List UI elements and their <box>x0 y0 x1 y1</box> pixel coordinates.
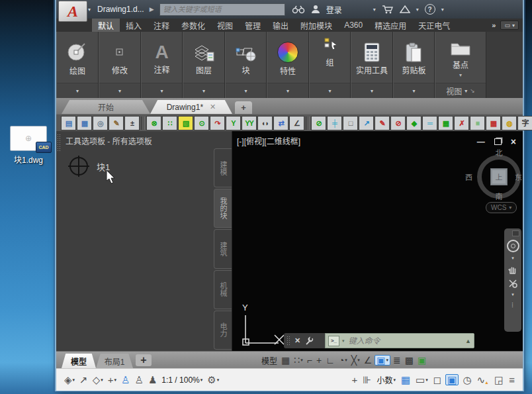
mark-device-icon[interactable]: ⊙ <box>194 116 209 130</box>
ribbon-tab[interactable]: 精选应用 <box>369 19 412 32</box>
sign-in-caret-icon[interactable]: ▾ <box>373 7 376 13</box>
zoom-caret-icon[interactable]: ▾ <box>511 292 514 297</box>
command-input-area[interactable]: >_ ▾ ▲ <box>325 333 474 348</box>
lineweight-icon[interactable]: ≣ <box>392 356 402 365</box>
search-input[interactable] <box>160 5 285 13</box>
palette-tab[interactable]: 建模 <box>214 148 232 187</box>
probe-line-icon[interactable]: ∠ <box>289 116 304 130</box>
view-search-icon[interactable]: ◎ <box>93 116 108 130</box>
file-tab-start[interactable]: 开始 <box>62 100 150 114</box>
pan-hand-icon[interactable] <box>508 264 518 275</box>
search-binoculars-icon[interactable] <box>292 5 305 14</box>
minimize-icon[interactable]: — <box>477 137 485 146</box>
open-project-icon[interactable]: ▤ <box>61 116 76 130</box>
ribbon-tab[interactable]: 参数化 <box>175 19 211 32</box>
ribbon-overflow-icon[interactable]: » <box>492 21 496 29</box>
units-value[interactable]: 小数▾ <box>375 374 397 385</box>
app-store-cart-icon[interactable] <box>382 5 394 14</box>
steering-wheel-icon[interactable] <box>507 240 519 252</box>
new-drawing-tab-button[interactable]: + <box>235 101 252 114</box>
count-table-icon[interactable]: ▦ <box>486 116 501 130</box>
model-tab[interactable]: 模型 <box>62 354 96 368</box>
osnap-tracking-icon[interactable]: ∠ <box>363 356 374 365</box>
edit-diamond-icon[interactable]: ◆ <box>406 116 421 130</box>
ribbon-display-toggle[interactable]: ▭ ▾ <box>500 21 519 30</box>
ribbon-panel-draw[interactable]: 绘图 ▾ <box>56 32 99 98</box>
ribbon-panel-clipboard[interactable]: 剪贴板 ▾ <box>393 32 435 98</box>
swap-box-icon[interactable]: ⇄ <box>273 116 288 130</box>
break-wire-icon[interactable]: ✗ <box>454 116 469 130</box>
autodesk-triangle-icon[interactable] <box>400 5 410 14</box>
isometric-drafting-icon[interactable]: ╳▾ <box>350 356 361 365</box>
close-icon[interactable]: × <box>511 136 516 147</box>
autodesk-caret-icon[interactable]: ▾ <box>416 7 419 13</box>
ribbon-panel-modify[interactable]: 修改 ▾ <box>99 32 141 98</box>
dynamic-ucs-icon[interactable]: ◇▾ <box>91 375 105 385</box>
panel-flyout[interactable]: ▾ <box>142 83 182 98</box>
viewcube-south[interactable]: 南 <box>477 191 521 201</box>
ortho-mode-icon[interactable]: ∟ <box>324 356 336 365</box>
wire-ticks-icon[interactable]: ╪ <box>327 116 342 130</box>
erase-wire-icon[interactable]: ⊘ <box>390 116 406 130</box>
wheel-caret-icon[interactable]: ▾ <box>511 256 514 261</box>
ribbon-panel-layers[interactable]: 图层 ▾ <box>183 32 225 98</box>
navbar-more-icon[interactable]: ⁞ <box>511 302 514 309</box>
palette-tab[interactable]: 机械 <box>214 270 232 309</box>
zoom-extents-icon[interactable] <box>508 278 518 289</box>
new-layout-button[interactable]: + <box>136 354 152 366</box>
edit-sheet-icon[interactable]: ✎ <box>109 116 124 130</box>
panel-flyout[interactable]: ▾ <box>351 83 392 98</box>
tab-close-icon[interactable]: ✕ <box>210 103 216 111</box>
app-menu-caret-icon[interactable]: ▾ <box>88 7 91 13</box>
palette-tab[interactable]: 建筑 <box>214 229 232 268</box>
transparency-icon[interactable]: ▩ <box>404 356 415 365</box>
calculator-icon[interactable]: ± <box>124 116 140 130</box>
customization-icon[interactable]: ≡ <box>508 375 516 385</box>
annotation-monitor-icon[interactable]: ↗ <box>78 375 89 385</box>
speaker-tool-icon[interactable]: ◖◗ <box>257 116 273 130</box>
panel-flyout[interactable]: ▾ <box>99 83 140 98</box>
basepoint-caret-icon[interactable]: ▾ <box>459 72 462 78</box>
panel-flyout[interactable]: ▾ <box>57 83 98 98</box>
array-devices-icon[interactable]: ∷ <box>162 116 177 130</box>
ribbon-tab[interactable]: 输出 <box>267 19 294 32</box>
isolate-objects-icon[interactable]: ◻ <box>432 375 443 385</box>
infer-constraints-icon[interactable]: ⌐ <box>306 356 314 365</box>
palette-tab[interactable]: 电力 <box>214 311 232 350</box>
file-tab-drawing1[interactable]: Drawing1* ✕ <box>150 100 232 114</box>
dynamic-input-icon[interactable]: + <box>315 356 323 365</box>
lock-ui-icon[interactable]: ▭▾ <box>414 375 429 385</box>
object-snap-icon[interactable]: ▣▾ <box>375 355 390 366</box>
ribbon-tab[interactable]: 管理 <box>239 19 267 32</box>
ribbon-panel-utilities[interactable]: 实用工具 ▾ <box>351 32 393 98</box>
sign-in-label[interactable]: 登录 <box>326 4 342 15</box>
command-wrench-icon[interactable] <box>305 336 314 345</box>
grid-display-icon[interactable]: ▦ <box>280 356 291 365</box>
help-icon[interactable]: ? <box>425 4 435 15</box>
selection-cycling-icon[interactable]: ▣ <box>416 356 427 365</box>
arc-wire-icon[interactable]: ↷ <box>210 116 225 130</box>
ribbon-tab[interactable]: 视图 <box>211 19 239 32</box>
point-arrow-icon[interactable]: ↗ <box>359 116 374 130</box>
ribbon-panel-properties[interactable]: 特性 ▾ <box>267 32 309 98</box>
3d-object-snap-icon[interactable]: ◈▾ <box>63 375 76 385</box>
bulb-check-icon[interactable]: ◍ <box>502 116 517 130</box>
viewcube-east[interactable]: 东 <box>515 172 522 182</box>
performance-tuner-icon[interactable]: ∿▲ <box>476 375 491 385</box>
ribbon-tab[interactable]: 天正电气 <box>412 19 456 32</box>
device-table-icon[interactable]: ▦ <box>438 116 453 130</box>
annotation-scale-value[interactable]: 1:1 / 100%▾ <box>160 375 204 385</box>
ribbon-tab[interactable]: 默认 <box>92 19 120 32</box>
annotation-visibility-icon[interactable]: ♙ <box>120 375 131 385</box>
polar-tracking-icon[interactable]: ◔▾ <box>337 356 349 365</box>
snap-mode-icon[interactable]: ∷▾ <box>292 356 304 365</box>
layout1-tab[interactable]: 布局1 <box>96 354 133 368</box>
palette-block-item[interactable]: 块1 <box>67 155 110 177</box>
application-menu-button[interactable]: A <box>58 1 87 22</box>
viewcube-top-face[interactable]: 上 <box>490 168 508 185</box>
drawing-canvas[interactable]: [-][俯视][二维线框] — × 北 南 西 东 上 WCS▾ ▾ <box>232 131 523 351</box>
panel-flyout[interactable]: ▾ <box>310 83 350 98</box>
ribbon-tab[interactable]: 注释 <box>148 19 175 32</box>
ribbon-panel-annotate[interactable]: A 注释 ▾ <box>141 32 183 98</box>
desktop-file-icon[interactable]: ⊕ CAD 块1.dwg <box>8 126 49 165</box>
